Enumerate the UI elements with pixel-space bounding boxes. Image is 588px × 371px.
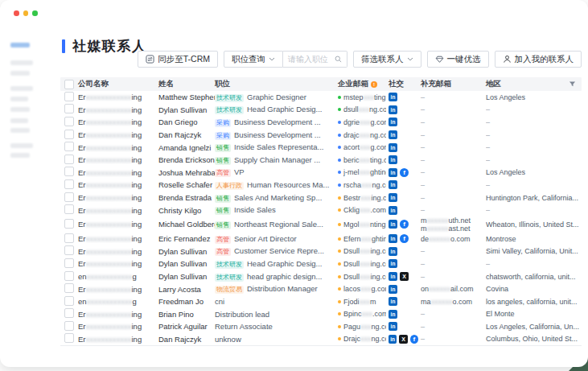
linkedin-icon[interactable]: in: [389, 310, 397, 319]
row-checkbox[interactable]: [64, 308, 74, 318]
sidebar-item-2[interactable]: [10, 71, 30, 76]
table-row: ErxxxxxxxxxxxxingAmanda Ignelzi销售Inside …: [60, 141, 582, 154]
select-all-checkbox[interactable]: [64, 80, 74, 89]
one-click-select-button[interactable]: 一键优选: [427, 51, 489, 68]
linkedin-icon[interactable]: in: [389, 117, 397, 126]
linkedin-icon[interactable]: in: [389, 220, 397, 229]
sidebar-item-4[interactable]: [10, 97, 28, 101]
region-empty: –: [486, 181, 490, 189]
position-query-dropdown[interactable]: 职位查询: [224, 51, 283, 68]
linkedin-icon[interactable]: in: [389, 105, 397, 114]
linkedin-icon[interactable]: in: [389, 285, 397, 294]
x-icon[interactable]: X: [399, 335, 407, 344]
email-cell: mstepxxxting.com: [338, 93, 386, 101]
linkedin-icon[interactable]: in: [389, 180, 397, 189]
email-address-visible-end: ting.com: [370, 156, 386, 164]
sidebar-item-6[interactable]: [10, 118, 28, 123]
sidebar-item-0[interactable]: [10, 43, 30, 47]
region-empty: –: [486, 206, 490, 214]
facebook-icon[interactable]: f: [400, 168, 409, 177]
row-checkbox[interactable]: [64, 333, 74, 343]
company-name-visible-start: Er: [78, 206, 86, 215]
row-checkbox[interactable]: [64, 245, 74, 255]
linkedin-icon[interactable]: in: [389, 259, 397, 268]
table-row: ErxxxxxxxxxxxxingDylan Sullivan技术研发Head …: [60, 104, 582, 117]
sidebar-item-8[interactable]: [10, 143, 33, 148]
facebook-icon[interactable]: f: [400, 220, 409, 229]
row-checkbox[interactable]: [64, 219, 74, 229]
region-filter-icon[interactable]: [569, 80, 576, 88]
sidebar-item-9[interactable]: [10, 153, 30, 158]
linkedin-icon[interactable]: in: [389, 206, 397, 215]
email-address-visible-start: beric: [343, 156, 360, 164]
sync-to-crm-button[interactable]: 同步至T-CRM: [138, 51, 218, 68]
linkedin-icon[interactable]: in: [389, 297, 397, 306]
row-checkbox[interactable]: [64, 92, 74, 101]
company-name-redacted: xxxxxxxxxxxx: [86, 259, 132, 268]
row-checkbox[interactable]: [64, 321, 74, 331]
row-checkbox[interactable]: [64, 155, 74, 164]
facebook-icon[interactable]: f: [400, 234, 409, 243]
linkedin-icon[interactable]: in: [389, 143, 397, 152]
row-checkbox[interactable]: [64, 167, 74, 176]
supp-email-empty: –: [421, 335, 425, 343]
row-checkbox[interactable]: [64, 179, 74, 189]
sidebar-item-5[interactable]: [10, 107, 30, 112]
linkedin-icon[interactable]: in: [389, 93, 397, 101]
add-to-my-contacts-button[interactable]: 加入我的联系人: [495, 51, 582, 68]
close-window-button[interactable]: [14, 10, 19, 16]
company-name-visible-end: ing: [132, 117, 142, 126]
filter-contacts-dropdown[interactable]: 筛选联系人: [353, 51, 421, 68]
sidebar-item-3[interactable]: [10, 86, 33, 91]
email-address-visible-start: Fjodi: [343, 298, 360, 306]
row-checkbox[interactable]: [64, 296, 74, 306]
region-empty: –: [486, 156, 490, 164]
email-status-dot: [338, 171, 341, 174]
row-checkbox[interactable]: [64, 204, 74, 214]
linkedin-icon[interactable]: in: [389, 168, 397, 177]
position-search-input[interactable]: 请输入职位: [283, 51, 347, 68]
email-cell: drajcxxxng.com: [338, 131, 386, 139]
row-checkbox-cell: [60, 321, 78, 332]
row-checkbox[interactable]: [64, 233, 74, 243]
linkedin-icon[interactable]: in: [389, 234, 397, 243]
row-checkbox[interactable]: [64, 130, 74, 139]
region-cell: Columbus, Ohio, United St...: [486, 335, 582, 343]
linkedin-icon[interactable]: in: [389, 155, 397, 164]
email-address-visible-start: lacos: [343, 285, 360, 293]
linkedin-icon[interactable]: in: [389, 130, 397, 139]
row-checkbox[interactable]: [64, 283, 74, 293]
zoom-window-button[interactable]: [32, 10, 38, 16]
row-checkbox[interactable]: [64, 117, 74, 126]
company-name-redacted: xxxxxxxxxxxx: [86, 206, 132, 215]
region-cell: Huntington Park, California...: [486, 194, 582, 202]
row-checkbox-cell: [60, 283, 78, 295]
linkedin-icon[interactable]: in: [389, 335, 397, 344]
linkedin-icon[interactable]: in: [389, 322, 397, 331]
row-checkbox[interactable]: [64, 142, 74, 151]
contact-name: Dan Rajczyk: [158, 335, 215, 344]
sidebar-item-7[interactable]: [10, 128, 30, 133]
row-checkbox[interactable]: [64, 258, 74, 268]
row-checkbox[interactable]: [64, 271, 74, 281]
row-checkbox[interactable]: [64, 104, 74, 113]
minimize-window-button[interactable]: [23, 10, 29, 16]
email-address-visible-end: ng.com: [372, 181, 386, 189]
email-info-badge-icon[interactable]: !: [371, 81, 377, 88]
supp-email-empty: –: [421, 168, 425, 176]
linkedin-icon[interactable]: in: [389, 193, 397, 202]
linkedin-icon[interactable]: in: [389, 272, 397, 281]
email-address-redacted: xxx: [360, 247, 371, 255]
facebook-icon[interactable]: f: [410, 335, 418, 344]
email-address-redacted: xxx: [360, 194, 372, 202]
row-checkbox[interactable]: [64, 192, 74, 202]
supp-email-visible-end: uth.net: [449, 216, 471, 225]
email-address-visible-start: rscha: [343, 181, 361, 189]
x-icon[interactable]: X: [400, 272, 409, 281]
sidebar-item-1[interactable]: [10, 60, 33, 65]
email-address-redacted: xxx: [360, 335, 372, 343]
company-name: Erxxxxxxxxxxxxing: [78, 247, 158, 256]
region-cell: El Monte: [486, 310, 582, 318]
linkedin-icon[interactable]: in: [389, 247, 397, 256]
company-name-visible-end: ing: [132, 234, 142, 243]
